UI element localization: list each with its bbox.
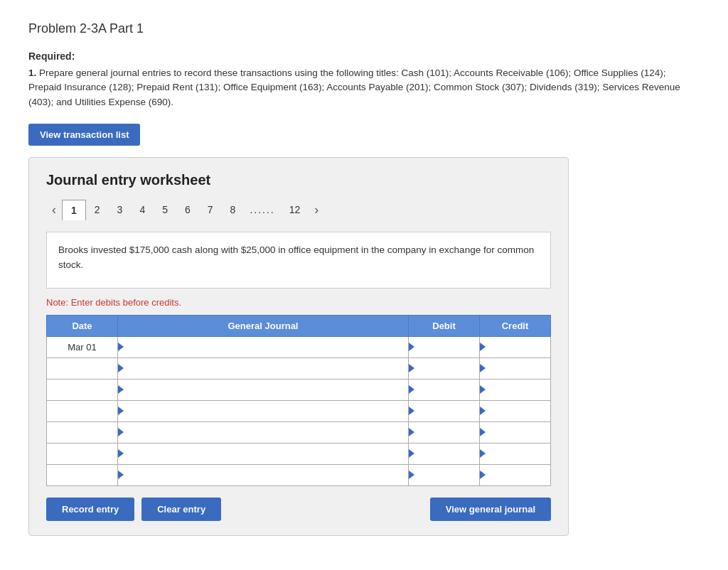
credit-cell-6[interactable] (480, 443, 551, 464)
journal-input-3[interactable] (118, 380, 408, 400)
date-cell-2 (47, 357, 118, 379)
debit-cell-3[interactable] (409, 379, 480, 400)
credit-input-2[interactable] (480, 358, 550, 379)
date-cell-1: Mar 01 (47, 336, 118, 357)
tab-4[interactable]: 4 (131, 200, 154, 220)
date-cell-7 (47, 464, 118, 485)
date-cell-4 (47, 400, 118, 421)
journal-cell-5[interactable] (118, 421, 409, 443)
table-row (47, 379, 551, 400)
journal-cell-7[interactable] (118, 464, 409, 485)
transaction-description: Brooks invested $175,000 cash along with… (46, 232, 551, 289)
worksheet-title: Journal entry worksheet (46, 172, 551, 188)
header-debit: Debit (409, 315, 480, 336)
date-cell-5 (47, 421, 118, 443)
tabs-navigation: ‹ 1 2 3 4 5 6 7 8 ...... 12 › (46, 200, 551, 220)
tab-next-arrow[interactable]: › (309, 200, 324, 220)
table-row (47, 357, 551, 379)
credit-input-6[interactable] (480, 443, 550, 464)
journal-cell-6[interactable] (118, 443, 409, 464)
credit-input-7[interactable] (480, 465, 550, 485)
debit-cell-5[interactable] (409, 421, 480, 443)
credit-input-1[interactable] (480, 337, 550, 357)
journal-input-2[interactable] (118, 358, 408, 379)
tab-8[interactable]: 8 (222, 200, 245, 220)
debit-input-2[interactable] (409, 358, 479, 379)
debit-input-6[interactable] (409, 443, 479, 464)
credit-cell-3[interactable] (480, 379, 551, 400)
journal-input-6[interactable] (118, 443, 408, 464)
journal-table: Date General Journal Debit Credit Mar 01 (46, 315, 551, 486)
tab-6[interactable]: 6 (176, 200, 199, 220)
credit-input-3[interactable] (480, 380, 550, 400)
debit-cell-6[interactable] (409, 443, 480, 464)
credit-cell-5[interactable] (480, 421, 551, 443)
debit-input-1[interactable] (409, 337, 479, 357)
debit-input-5[interactable] (409, 422, 479, 443)
journal-input-1[interactable] (118, 337, 408, 357)
header-date: Date (47, 315, 118, 336)
date-cell-3 (47, 379, 118, 400)
journal-cell-3[interactable] (118, 379, 409, 400)
view-general-journal-button[interactable]: View general journal (430, 498, 551, 521)
date-cell-6 (47, 443, 118, 464)
credit-cell-7[interactable] (480, 464, 551, 485)
tab-dots: ...... (244, 200, 280, 220)
credit-input-4[interactable] (480, 401, 550, 421)
journal-cell-1[interactable] (118, 336, 409, 357)
debit-cell-1[interactable] (409, 336, 480, 357)
required-label: Required: (28, 50, 700, 62)
tab-7[interactable]: 7 (199, 200, 222, 220)
tab-1[interactable]: 1 (62, 200, 86, 220)
tab-5[interactable]: 5 (154, 200, 176, 220)
header-general-journal: General Journal (118, 315, 409, 336)
table-row: Mar 01 (47, 336, 551, 357)
item-number: 1. (28, 68, 36, 78)
required-description: Prepare general journal entries to recor… (28, 68, 680, 107)
journal-cell-2[interactable] (118, 357, 409, 379)
journal-input-4[interactable] (118, 401, 408, 421)
view-transaction-button[interactable]: View transaction list (28, 124, 140, 146)
credit-cell-2[interactable] (480, 357, 551, 379)
header-credit: Credit (480, 315, 551, 336)
note-text: Note: Enter debits before credits. (46, 297, 551, 308)
tab-prev-arrow[interactable]: ‹ (46, 200, 62, 220)
debit-input-4[interactable] (409, 401, 479, 421)
credit-input-5[interactable] (480, 422, 550, 443)
record-entry-button[interactable]: Record entry (46, 498, 134, 521)
required-section: Required: 1. Prepare general journal ent… (28, 50, 700, 109)
credit-cell-1[interactable] (480, 336, 551, 357)
debit-input-7[interactable] (409, 465, 479, 485)
debit-cell-4[interactable] (409, 400, 480, 421)
table-row (47, 464, 551, 485)
buttons-row: Record entry Clear entry View general jo… (46, 498, 551, 521)
worksheet-container: Journal entry worksheet ‹ 1 2 3 4 5 6 7 … (28, 157, 569, 536)
debit-cell-7[interactable] (409, 464, 480, 485)
tab-2[interactable]: 2 (86, 200, 109, 220)
table-row (47, 443, 551, 464)
credit-cell-4[interactable] (480, 400, 551, 421)
journal-input-5[interactable] (118, 422, 408, 443)
page-title: Problem 2-3A Part 1 (28, 21, 700, 36)
tab-12[interactable]: 12 (281, 200, 309, 220)
journal-input-7[interactable] (118, 465, 408, 485)
debit-input-3[interactable] (409, 380, 479, 400)
debit-cell-2[interactable] (409, 357, 480, 379)
journal-cell-4[interactable] (118, 400, 409, 421)
required-text: 1. Prepare general journal entries to re… (28, 66, 700, 109)
clear-entry-button[interactable]: Clear entry (141, 498, 221, 521)
table-row (47, 421, 551, 443)
table-row (47, 400, 551, 421)
tab-3[interactable]: 3 (109, 200, 132, 220)
